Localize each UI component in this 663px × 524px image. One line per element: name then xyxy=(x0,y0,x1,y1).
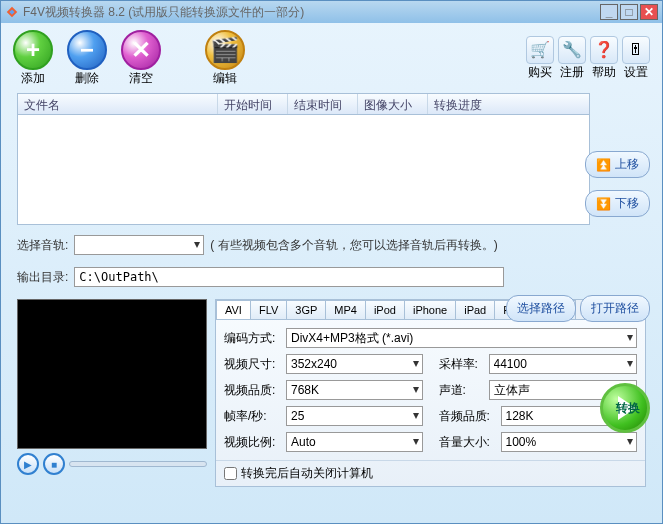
tab-mp4[interactable]: MP4 xyxy=(325,300,366,319)
register-button[interactable]: 🔧注册 xyxy=(558,36,586,81)
edit-button[interactable]: 🎬 编辑 xyxy=(205,30,245,87)
minus-icon: − xyxy=(67,30,107,70)
tab-flv[interactable]: FLV xyxy=(250,300,287,319)
move-up-button[interactable]: ⏫上移 xyxy=(585,151,650,178)
minimize-button[interactable]: _ xyxy=(600,4,618,20)
play-button[interactable]: ▶ xyxy=(17,453,39,475)
chevron-down-icon: ⏬ xyxy=(596,197,611,211)
convert-label: 转换 xyxy=(616,400,640,417)
stop-button[interactable]: ■ xyxy=(43,453,65,475)
x-icon: ✕ xyxy=(121,30,161,70)
tab-avi[interactable]: AVI xyxy=(216,300,251,319)
video-preview xyxy=(17,299,207,449)
size-select[interactable] xyxy=(286,354,423,374)
tab-ipod[interactable]: iPod xyxy=(365,300,405,319)
size-label: 视频尺寸: xyxy=(224,356,280,373)
cart-icon: 🛒 xyxy=(526,36,554,64)
add-button[interactable]: + 添加 xyxy=(13,30,53,87)
abitrate-label: 音频品质: xyxy=(439,408,495,425)
samplerate-label: 采样率: xyxy=(439,356,483,373)
ratio-select[interactable] xyxy=(286,432,423,452)
volume-label: 音量大小: xyxy=(439,434,495,451)
buy-button[interactable]: 🛒购买 xyxy=(526,36,554,81)
col-progress[interactable]: 转换进度 xyxy=(428,94,589,114)
app-icon xyxy=(5,5,19,19)
col-start[interactable]: 开始时间 xyxy=(218,94,288,114)
list-body[interactable] xyxy=(17,115,590,225)
fps-label: 帧率/秒: xyxy=(224,408,280,425)
chevron-up-icon: ⏫ xyxy=(596,158,611,172)
select-path-button[interactable]: 选择路径 xyxy=(506,295,576,322)
remove-button[interactable]: − 删除 xyxy=(67,30,107,87)
help-icon: ❓ xyxy=(590,36,618,64)
output-dir-input[interactable] xyxy=(74,267,504,287)
col-filename[interactable]: 文件名 xyxy=(18,94,218,114)
edit-icon: 🎬 xyxy=(205,30,245,70)
col-end[interactable]: 结束时间 xyxy=(288,94,358,114)
close-button[interactable]: ✕ xyxy=(640,4,658,20)
seek-slider[interactable] xyxy=(69,461,207,467)
clear-label: 清空 xyxy=(129,70,153,87)
main-toolbar: + 添加 − 删除 ✕ 清空 🎬 编辑 🛒购买 🔧注册 ❓帮助 🎚设置 xyxy=(1,23,662,93)
titlebar: F4V视频转换器 8.2 (试用版只能转换源文件的一部分) _ □ ✕ xyxy=(1,1,662,23)
plus-icon: + xyxy=(13,30,53,70)
app-window: F4V视频转换器 8.2 (试用版只能转换源文件的一部分) _ □ ✕ + 添加… xyxy=(0,0,663,524)
encode-label: 编码方式: xyxy=(224,330,280,347)
clear-button[interactable]: ✕ 清空 xyxy=(121,30,161,87)
help-button[interactable]: ❓帮助 xyxy=(590,36,618,81)
list-header: 文件名 开始时间 结束时间 图像大小 转换进度 xyxy=(17,93,590,115)
samplerate-select[interactable] xyxy=(489,354,638,374)
key-icon: 🔧 xyxy=(558,36,586,64)
tab-iphone[interactable]: iPhone xyxy=(404,300,456,319)
col-size[interactable]: 图像大小 xyxy=(358,94,428,114)
fps-select[interactable] xyxy=(286,406,423,426)
settings-panel: AVI FLV 3GP MP4 iPod iPhone iPad PSP Zun… xyxy=(215,299,646,487)
shutdown-label: 转换完后自动关闭计算机 xyxy=(241,465,373,482)
window-title: F4V视频转换器 8.2 (试用版只能转换源文件的一部分) xyxy=(23,4,600,21)
vbitrate-label: 视频品质: xyxy=(224,382,280,399)
ratio-label: 视频比例: xyxy=(224,434,280,451)
tab-ipad[interactable]: iPad xyxy=(455,300,495,319)
open-path-button[interactable]: 打开路径 xyxy=(580,295,650,322)
volume-select[interactable] xyxy=(501,432,638,452)
edit-label: 编辑 xyxy=(213,70,237,87)
audio-track-note: ( 有些视频包含多个音轨，您可以选择音轨后再转换。) xyxy=(210,237,497,254)
gear-icon: 🎚 xyxy=(622,36,650,64)
file-list: 文件名 开始时间 结束时间 图像大小 转换进度 xyxy=(17,93,590,225)
settings-button[interactable]: 🎚设置 xyxy=(622,36,650,81)
move-down-button[interactable]: ⏬下移 xyxy=(585,190,650,217)
add-label: 添加 xyxy=(21,70,45,87)
remove-label: 删除 xyxy=(75,70,99,87)
preview-area: ▶ ■ xyxy=(17,299,207,487)
channel-label: 声道: xyxy=(439,382,483,399)
maximize-button[interactable]: □ xyxy=(620,4,638,20)
output-dir-label: 输出目录: xyxy=(17,269,68,286)
shutdown-checkbox[interactable] xyxy=(224,467,237,480)
vbitrate-select[interactable] xyxy=(286,380,423,400)
audio-track-select[interactable] xyxy=(74,235,204,255)
encode-select[interactable] xyxy=(286,328,637,348)
audio-track-label: 选择音轨: xyxy=(17,237,68,254)
tab-3gp[interactable]: 3GP xyxy=(286,300,326,319)
